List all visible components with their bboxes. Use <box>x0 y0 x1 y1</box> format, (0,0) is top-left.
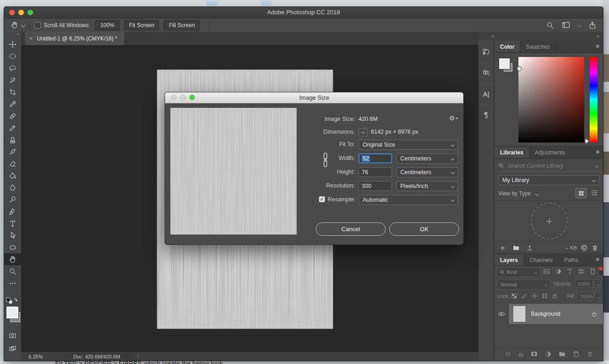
current-tool-indicator[interactable] <box>11 21 25 29</box>
zoom-level[interactable]: 6.25% <box>28 354 43 359</box>
dodge-tool[interactable] <box>4 193 21 205</box>
ok-button[interactable]: OK <box>389 222 459 236</box>
spot-healing-brush-tool[interactable] <box>4 110 21 122</box>
quick-selection-tool[interactable] <box>4 74 21 86</box>
tab-layers[interactable]: Layers <box>495 254 524 266</box>
3d-panel-icon[interactable] <box>478 62 494 83</box>
document-tab[interactable]: × Untitled-1 @ 6.25% (CMYK/16) * <box>25 32 125 45</box>
close-tab-icon[interactable]: × <box>29 35 33 42</box>
type-tool[interactable] <box>4 217 21 229</box>
character-panel-icon[interactable]: A| <box>478 83 494 104</box>
new-layer-button[interactable] <box>573 351 580 359</box>
upload-icon[interactable] <box>526 245 533 251</box>
filter-kind-dropdown[interactable]: Kind <box>497 267 541 277</box>
fill-screen-button[interactable]: Fill Screen <box>164 20 200 30</box>
new-group-button[interactable] <box>558 350 566 359</box>
search-icon[interactable] <box>546 21 554 29</box>
scroll-all-windows-option[interactable]: Scroll All Windows <box>34 22 89 28</box>
height-input[interactable]: 76 <box>359 167 392 177</box>
resample-select[interactable]: Automatic <box>359 195 458 205</box>
tab-adjustments[interactable]: Adjustments <box>529 147 571 158</box>
layer-thumbnail[interactable] <box>513 306 525 322</box>
filter-smart-object-icon[interactable] <box>589 268 596 277</box>
path-selection-tool[interactable] <box>4 229 21 241</box>
library-content-area[interactable]: + <box>495 200 603 241</box>
layer-name[interactable]: Background <box>531 311 560 317</box>
smudge-tool[interactable] <box>4 182 21 193</box>
grid-view-button[interactable] <box>575 188 586 198</box>
width-unit-select[interactable]: Centimeters <box>396 154 458 164</box>
window-titlebar[interactable]: Adobe Photoshop CC 2018 <box>4 7 603 18</box>
filter-type-icon[interactable] <box>566 268 573 277</box>
filter-toggle[interactable] <box>599 267 603 275</box>
filter-image-icon[interactable] <box>543 268 550 277</box>
lasso-tool[interactable] <box>4 62 21 74</box>
tab-color[interactable]: Color <box>495 41 520 52</box>
move-tool[interactable] <box>4 38 21 50</box>
panel-menu-icon[interactable]: ≡ <box>596 43 599 50</box>
panel-menu-icon[interactable]: ≡ <box>596 256 599 263</box>
lock-position-icon[interactable] <box>531 293 538 301</box>
fill-chevron[interactable] <box>595 292 601 300</box>
color-picker-marker[interactable] <box>517 66 522 71</box>
folder-icon[interactable] <box>512 244 520 251</box>
scroll-all-windows-checkbox[interactable] <box>34 22 41 28</box>
lock-pixels-icon[interactable] <box>521 293 528 301</box>
add-mask-button[interactable] <box>530 350 538 359</box>
ellipse-tool[interactable] <box>4 241 21 253</box>
foreground-background-colors[interactable] <box>6 307 20 324</box>
tools-panel-expander[interactable]: » <box>4 32 21 38</box>
height-unit-select[interactable]: Centimeters <box>396 167 458 177</box>
resolution-unit-select[interactable]: Pixels/Inch <box>396 181 458 191</box>
blend-mode-dropdown[interactable]: Normal <box>497 279 551 290</box>
library-select[interactable]: My Library <box>498 175 599 185</box>
hue-slider-marker[interactable] <box>586 139 589 143</box>
opacity-chevron[interactable] <box>594 279 601 288</box>
workspace-icon[interactable] <box>562 21 570 29</box>
resolution-input[interactable]: 300 <box>359 181 392 191</box>
more-tools[interactable] <box>4 277 21 289</box>
new-item-icon[interactable] <box>499 245 506 251</box>
resample-checkbox[interactable]: ✓ <box>319 196 325 202</box>
layer-style-button[interactable]: fx <box>518 352 523 358</box>
status-expand-icon[interactable]: 〉 <box>137 353 142 360</box>
fit-screen-button[interactable]: Fit Screen <box>124 20 159 30</box>
tab-paths[interactable]: Paths <box>558 254 584 266</box>
gear-caret-icon[interactable]: ▾ <box>456 116 458 120</box>
eraser-tool[interactable] <box>4 158 21 170</box>
trash-icon[interactable] <box>592 245 598 251</box>
width-input[interactable]: 52 <box>359 154 392 163</box>
paragraph-panel-icon[interactable]: ¶ <box>478 104 494 125</box>
pencil-tool[interactable] <box>4 122 21 134</box>
doc-size-info[interactable]: Doc: 420.6M/420.6M <box>63 353 130 360</box>
cancel-button[interactable]: Cancel <box>316 222 386 236</box>
layer-row-background[interactable]: Background <box>495 304 603 324</box>
tab-channels[interactable]: Channels <box>524 254 559 266</box>
marquee-tool[interactable] <box>4 50 21 62</box>
layer-visibility-toggle[interactable] <box>495 304 509 324</box>
opacity-value[interactable]: 100% <box>575 279 593 288</box>
zoom-100-button[interactable]: 100% <box>95 20 120 30</box>
creative-cloud-icon[interactable] <box>581 244 588 251</box>
tab-swatches[interactable]: Swatches <box>520 41 556 52</box>
crop-tool[interactable] <box>4 86 21 98</box>
adjustment-layer-button[interactable] <box>545 351 552 359</box>
dimensions-dropdown[interactable] <box>359 128 368 136</box>
color-gradient-field[interactable] <box>518 57 584 142</box>
fit-to-select[interactable]: Original Size <box>359 140 458 150</box>
expand-panels-icon[interactable]: » <box>597 34 599 39</box>
screen-mode-button[interactable] <box>4 342 21 354</box>
fill-value[interactable]: 100% <box>577 292 594 300</box>
chevron-down-icon[interactable] <box>577 23 582 28</box>
paint-bucket-tool[interactable] <box>4 170 21 182</box>
pen-tool[interactable] <box>4 205 21 217</box>
lock-artboard-icon[interactable] <box>541 293 548 301</box>
lock-all-icon[interactable] <box>552 293 558 301</box>
history-brush-tool[interactable] <box>4 146 21 158</box>
add-content-dropzone[interactable]: + <box>531 203 568 239</box>
zoom-tool[interactable] <box>4 265 21 277</box>
clone-stamp-tool[interactable] <box>4 134 21 146</box>
hue-strip[interactable] <box>590 57 598 142</box>
share-icon[interactable] <box>588 21 597 29</box>
delete-layer-button[interactable] <box>586 351 593 359</box>
